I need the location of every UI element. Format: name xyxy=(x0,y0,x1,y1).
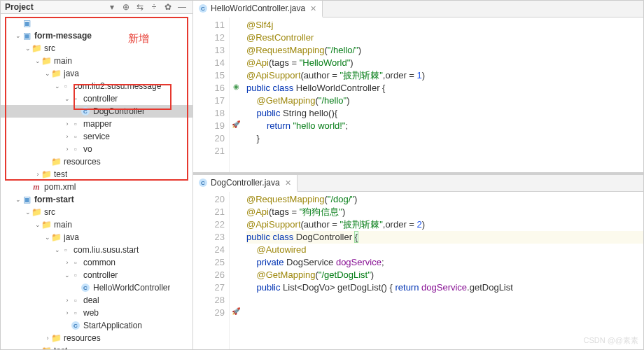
tree-node[interactable]: ›▫vo xyxy=(1,143,192,155)
class-icon: C xyxy=(199,4,207,13)
tree-node[interactable]: ›▫mapper xyxy=(1,118,192,130)
tree-node[interactable]: ▣ xyxy=(1,17,192,29)
tree-node[interactable]: ›📁test xyxy=(1,168,192,181)
tab-helloworld[interactable]: C HelloWorldController.java ✕ xyxy=(193,1,323,18)
gutter-icons: 🚀 xyxy=(230,192,242,349)
editor-body-bottom[interactable]: 20212223242526272829 🚀 @RequestMapping("… xyxy=(193,192,643,349)
line-gutter: 1112131415161718192021 xyxy=(193,18,230,172)
editor-area: C HelloWorldController.java ✕ 1112131415… xyxy=(193,1,643,349)
tree-node[interactable]: ⌄▫controller xyxy=(1,269,192,281)
tree-node[interactable]: ⌄▣form-message xyxy=(1,29,192,42)
tree-node[interactable]: ›▫service xyxy=(1,130,192,143)
editor-pane-top: C HelloWorldController.java ✕ 1112131415… xyxy=(193,1,643,172)
tabbar-bottom: C DogController.java ✕ xyxy=(193,175,643,192)
tree-node[interactable]: ⌄📁main xyxy=(1,55,192,67)
tree-node[interactable]: CDogController xyxy=(1,105,192,118)
tree-node[interactable]: ⌄▫controller xyxy=(1,92,192,105)
tree-node[interactable]: ⌄📁src xyxy=(1,206,192,218)
hide-icon[interactable]: — xyxy=(176,1,188,13)
editor-pane-bottom: C DogController.java ✕ 20212223242526272… xyxy=(193,175,643,349)
tabbar-top: C HelloWorldController.java ✕ xyxy=(193,1,643,18)
tree-node[interactable]: ⌄▫com.liu2.susu.message xyxy=(1,80,192,92)
project-tree[interactable]: 新增 ▣⌄▣form-message⌄📁src⌄📁main⌄📁java⌄▫com… xyxy=(1,14,192,350)
dropdown-icon[interactable]: ▾ xyxy=(106,1,118,13)
watermark: CSDN @@素素 xyxy=(583,335,638,346)
tree-node[interactable]: ⌄📁java xyxy=(1,67,192,80)
tree-node[interactable]: ⌄📁src xyxy=(1,42,192,55)
tab-label: HelloWorldController.java xyxy=(211,4,305,13)
tree-node[interactable]: mpom.xml xyxy=(1,181,192,193)
gutter-icons: ◉🚀 xyxy=(230,18,242,172)
tree-node[interactable]: ›▫web xyxy=(1,307,192,319)
tree-node[interactable]: ⌄▣form-start xyxy=(1,193,192,206)
sidebar-header: Project ▾ ⊕ ⇆ ÷ ✿ — xyxy=(1,1,192,14)
tree-node[interactable]: ⌄📁java xyxy=(1,231,192,244)
tree-node[interactable]: ⌄📁main xyxy=(1,218,192,231)
class-icon: C xyxy=(199,178,207,187)
select-in-icon[interactable]: ⊕ xyxy=(120,1,132,13)
tree-node[interactable]: ›📁resources xyxy=(1,332,192,344)
tree-node[interactable]: CHelloWorldController xyxy=(1,281,192,294)
close-icon[interactable]: ✕ xyxy=(284,178,291,188)
tree-node[interactable]: ›📁test xyxy=(1,344,192,350)
code-area[interactable]: @Slf4j@RestController@RequestMapping("/h… xyxy=(242,18,643,172)
sidebar-title: Project xyxy=(5,2,34,12)
editor-body-top[interactable]: 1112131415161718192021 ◉🚀 @Slf4j@RestCon… xyxy=(193,18,643,172)
project-sidebar: Project ▾ ⊕ ⇆ ÷ ✿ — 新增 ▣⌄▣form-message⌄📁… xyxy=(1,1,193,349)
tree-node[interactable]: 📁resources xyxy=(1,155,192,168)
tree-node[interactable]: CStartApplication xyxy=(1,319,192,332)
line-gutter: 20212223242526272829 xyxy=(193,192,230,349)
close-icon[interactable]: ✕ xyxy=(309,4,316,13)
settings-icon[interactable]: ✿ xyxy=(162,1,174,13)
code-area[interactable]: @RequestMapping("/dog/")@Api(tags = "狗狗信… xyxy=(242,192,643,349)
tab-dogcontroller[interactable]: C DogController.java ✕ xyxy=(193,175,298,192)
tree-node[interactable]: ⌄▫com.liu.susu.start xyxy=(1,244,192,256)
tab-label: DogController.java xyxy=(211,178,280,188)
expand-icon[interactable]: ⇆ xyxy=(134,1,146,13)
tree-node[interactable]: ›▫common xyxy=(1,256,192,269)
collapse-icon[interactable]: ÷ xyxy=(148,1,160,13)
tree-node[interactable]: ›▫deal xyxy=(1,294,192,307)
